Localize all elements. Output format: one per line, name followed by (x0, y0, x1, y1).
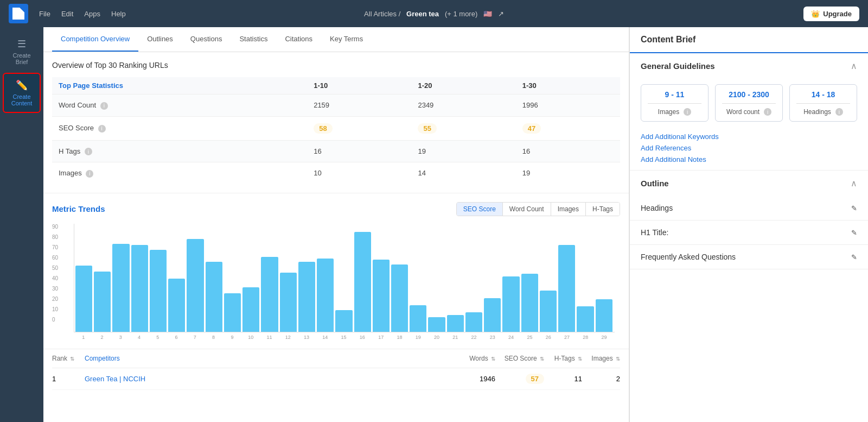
chart-bar-22 (465, 312, 482, 331)
app-logo[interactable] (9, 4, 28, 23)
sidebar-item-create-content[interactable]: ✏️ CreateContent (3, 73, 41, 113)
sort-icon-words[interactable]: ⇅ (491, 356, 495, 362)
content-icon: ✏️ (16, 79, 28, 91)
chart-bar-15 (335, 310, 352, 332)
chart-bar-26 (540, 291, 557, 331)
x-label-5: 5 (149, 335, 166, 340)
guideline-wordcount-label: Word count i (722, 108, 776, 116)
outline-item-faq[interactable]: Frequently Asked Questions ✎ (630, 245, 868, 269)
chart-bar-25 (521, 274, 538, 331)
tab-citations[interactable]: Citations (276, 27, 321, 52)
guidelines-collapse-icon: ∧ (851, 61, 857, 71)
tab-competition-overview[interactable]: Competition Overview (52, 27, 138, 52)
stats-val-img-2: 14 (411, 162, 515, 184)
competitor-rank: 1 (52, 375, 85, 383)
chart-bar-28 (577, 306, 593, 331)
sort-icon-htags[interactable]: ⇅ (578, 356, 582, 362)
outline-headings-label: Headings (641, 204, 673, 212)
topnav-right: 👑 Upgrade (803, 7, 859, 21)
chart-bar-17 (373, 260, 390, 332)
info-icon-guideline-headings[interactable]: i (835, 108, 843, 116)
stats-label-header: Top Page Statistics (52, 77, 307, 95)
trend-btn-wordcount[interactable]: Word Count (503, 203, 551, 216)
stats-header-row: Top Page Statistics 1-10 1-20 1-30 (52, 77, 620, 95)
sidebar-item-label-brief: CreateBrief (12, 52, 30, 65)
chart-bar-8 (206, 262, 222, 331)
sort-icon-images[interactable]: ⇅ (616, 356, 620, 362)
y-label-30: 30 (52, 286, 67, 292)
x-label-9: 9 (224, 335, 240, 340)
y-label-10: 10 (52, 306, 67, 312)
x-label-18: 18 (391, 335, 408, 340)
stats-col-1-10: 1-10 (307, 77, 411, 95)
outline-item-h1[interactable]: H1 Title: ✎ (630, 221, 868, 245)
outline-faq-label: Frequently Asked Questions (641, 253, 736, 261)
info-icon-htags[interactable]: i (85, 148, 92, 155)
tab-statistics[interactable]: Statistics (231, 27, 276, 52)
content-brief-panel: Content Brief General Guidelines ∧ 9 - 1… (629, 27, 868, 422)
brief-header: Content Brief (630, 27, 868, 53)
competitor-row: 1 Green Tea | NCCIH 1946 57 11 2 (52, 368, 620, 390)
tab-key-terms[interactable]: Key Terms (321, 27, 372, 52)
guidelines-section-header[interactable]: General Guidelines ∧ (630, 53, 868, 79)
competitor-name[interactable]: Green Tea | NCCIH (85, 375, 452, 383)
sort-icon-rank[interactable]: ⇅ (70, 356, 74, 362)
trend-btn-htags[interactable]: H-Tags (586, 203, 620, 216)
link-add-references[interactable]: Add References (641, 144, 857, 152)
chart-bar-16 (354, 232, 371, 332)
col-header-rank: Rank ⇅ (52, 355, 85, 362)
info-icon-word-count[interactable]: i (100, 102, 108, 110)
link-add-keywords[interactable]: Add Additional Keywords (641, 133, 857, 141)
guideline-headings: 14 - 18 Headings i (789, 84, 857, 122)
chart-bar-14 (317, 259, 334, 332)
x-label-6: 6 (168, 335, 184, 340)
edit-icon-headings[interactable]: ✎ (851, 204, 857, 212)
x-label-25: 25 (521, 335, 538, 340)
stats-val-wc-3: 1996 (516, 95, 620, 117)
x-label-20: 20 (428, 335, 445, 340)
x-label-28: 28 (577, 335, 594, 340)
chart-bar-3 (112, 244, 129, 331)
chart-bar-18 (391, 264, 408, 332)
x-label-14: 14 (317, 335, 334, 340)
info-icon-images[interactable]: i (86, 170, 93, 178)
menu-edit[interactable]: Edit (61, 10, 73, 18)
chart-bar-2 (94, 272, 111, 332)
menu-help[interactable]: Help (111, 10, 126, 18)
outline-section-header[interactable]: Outline ∧ (630, 171, 868, 196)
stats-val-wc-1: 2159 (307, 95, 411, 117)
x-label-21: 21 (447, 335, 464, 340)
chart-bar-5 (150, 250, 167, 331)
brief-icon: ☰ (17, 38, 26, 50)
link-add-notes[interactable]: Add Additional Notes (641, 155, 857, 163)
y-label-20: 20 (52, 296, 67, 302)
sidebar-item-create-brief[interactable]: ☰ CreateBrief (3, 33, 41, 71)
edit-icon-h1[interactable]: ✎ (851, 229, 857, 237)
edit-icon-faq[interactable]: ✎ (851, 253, 857, 261)
guideline-wordcount-value: 2100 - 2300 (722, 90, 776, 104)
upgrade-button[interactable]: 👑 Upgrade (803, 7, 859, 21)
tab-questions[interactable]: Questions (182, 27, 231, 52)
trend-btn-seo[interactable]: SEO Score (457, 203, 503, 216)
overview-title: Overview of Top 30 Ranking URLs (52, 61, 620, 70)
menu-apps[interactable]: Apps (84, 10, 100, 18)
x-label-1: 1 (75, 335, 92, 340)
guideline-images-value: 9 - 11 (648, 90, 701, 104)
chart-bar-29 (596, 299, 612, 332)
chart-bar-19 (410, 305, 426, 332)
x-label-23: 23 (484, 335, 501, 340)
menu-file[interactable]: File (39, 10, 50, 18)
info-icon-guideline-images[interactable]: i (684, 108, 691, 116)
outline-item-headings[interactable]: Headings ✎ (630, 196, 868, 221)
info-icon-seo[interactable]: i (98, 125, 106, 133)
stats-row-word-count: Word Count i 2159 2349 1996 (52, 95, 620, 117)
tab-outlines[interactable]: Outlines (138, 27, 182, 52)
stats-val-img-1: 10 (307, 162, 411, 184)
y-label-40: 40 (52, 275, 67, 281)
info-icon-guideline-wc[interactable]: i (764, 108, 771, 116)
breadcrumb-prefix[interactable]: All Articles / (364, 10, 400, 18)
sort-icon-seo[interactable]: ⇅ (540, 356, 544, 362)
x-label-17: 17 (373, 335, 390, 340)
outline-collapse-icon: ∧ (851, 178, 857, 188)
trend-btn-images[interactable]: Images (551, 203, 586, 216)
